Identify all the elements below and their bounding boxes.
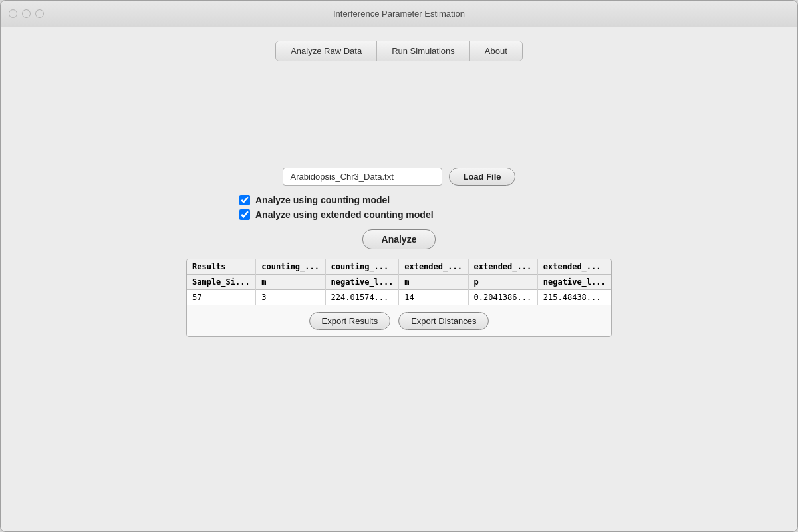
load-file-button[interactable]: Load File xyxy=(449,168,515,186)
results-table: Results counting_... counting_... extend… xyxy=(187,259,611,305)
export-distances-button[interactable]: Export Distances xyxy=(398,312,489,330)
col-p: p xyxy=(468,275,537,290)
app-window: Interference Parameter Estimation Analyz… xyxy=(0,0,798,532)
checkboxes-section: Analyze using counting model Analyze usi… xyxy=(226,195,434,220)
window-title: Interference Parameter Estimation xyxy=(333,9,465,19)
cell-m1: 3 xyxy=(256,290,325,305)
table-row: 57 3 224.01574... 14 0.2041386... 215.48… xyxy=(187,290,611,305)
cell-m2: 14 xyxy=(399,290,468,305)
extended-counting-model-label: Analyze using extended counting model xyxy=(255,209,434,220)
export-row: Export Results Export Distances xyxy=(187,305,611,336)
table-header-row1: Results counting_... counting_... extend… xyxy=(187,259,611,275)
minimize-button[interactable] xyxy=(22,9,31,18)
extended-counting-model-checkbox[interactable] xyxy=(239,209,250,220)
col-m1: m xyxy=(256,275,325,290)
counting-model-label: Analyze using counting model xyxy=(255,195,390,205)
main-panel: Load File Analyze using counting model A… xyxy=(186,168,612,337)
analyze-button[interactable]: Analyze xyxy=(362,229,436,249)
cell-negative-l2: 215.48438... xyxy=(537,290,611,305)
col-counting2: counting_... xyxy=(325,259,399,275)
cell-sample-size: 57 xyxy=(187,290,256,305)
tab-about[interactable]: About xyxy=(470,41,522,61)
counting-model-checkbox[interactable] xyxy=(239,195,250,205)
counting-model-row: Analyze using counting model xyxy=(239,195,390,205)
file-row: Load File xyxy=(283,168,515,186)
col-negative-l2: negative_l... xyxy=(537,275,611,290)
col-results: Results xyxy=(187,259,256,275)
close-button[interactable] xyxy=(9,9,17,18)
export-results-button[interactable]: Export Results xyxy=(309,312,391,330)
tab-run-simulations[interactable]: Run Simulations xyxy=(377,41,470,61)
cell-negative-l1: 224.01574... xyxy=(325,290,399,305)
content-area: Analyze Raw Data Run Simulations About L… xyxy=(1,27,797,531)
title-bar: Interference Parameter Estimation xyxy=(1,1,797,27)
extended-counting-model-row: Analyze using extended counting model xyxy=(239,209,434,220)
tab-bar: Analyze Raw Data Run Simulations About xyxy=(275,41,523,61)
traffic-lights xyxy=(9,9,44,18)
file-input[interactable] xyxy=(283,168,442,186)
results-table-container: Results counting_... counting_... extend… xyxy=(186,259,612,337)
col-extended1: extended_... xyxy=(399,259,468,275)
maximize-button[interactable] xyxy=(35,9,44,18)
table-header-row2: Sample_Si... m negative_l... m p negativ… xyxy=(187,275,611,290)
col-m2: m xyxy=(399,275,468,290)
tab-analyze-raw-data[interactable]: Analyze Raw Data xyxy=(276,41,377,61)
col-extended3: extended_... xyxy=(537,259,611,275)
cell-p: 0.2041386... xyxy=(468,290,537,305)
col-extended2: extended_... xyxy=(468,259,537,275)
col-counting1: counting_... xyxy=(256,259,325,275)
col-sample-size: Sample_Si... xyxy=(187,275,256,290)
col-negative-l1: negative_l... xyxy=(325,275,399,290)
